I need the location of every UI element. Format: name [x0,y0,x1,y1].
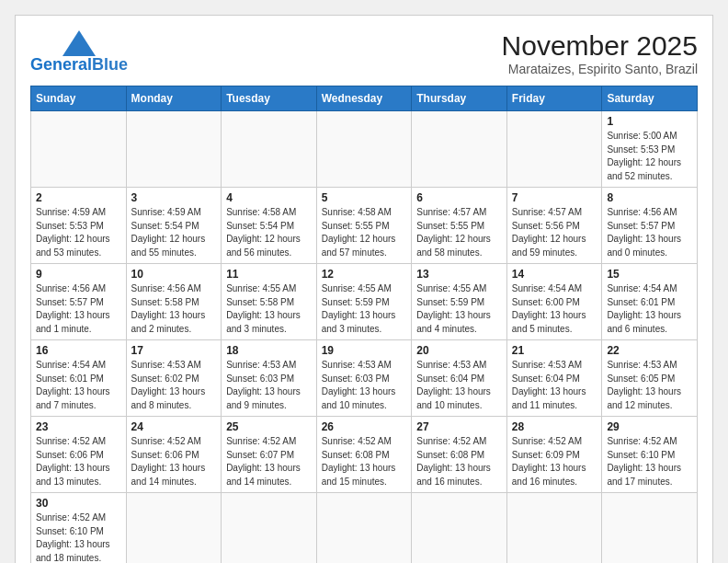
calendar-cell: 16Sunrise: 4:54 AM Sunset: 6:01 PM Dayli… [31,340,127,417]
calendar-cell: 7Sunrise: 4:57 AM Sunset: 5:56 PM Daylig… [506,188,602,264]
calendar-cell [412,111,507,188]
calendar-cell: 30Sunrise: 4:52 AM Sunset: 6:10 PM Dayli… [31,493,127,564]
day-number: 1 [607,115,692,128]
day-info: Sunrise: 4:58 AM Sunset: 5:55 PM Dayligh… [322,206,407,259]
calendar-cell: 17Sunrise: 4:53 AM Sunset: 6:02 PM Dayli… [126,340,222,417]
day-number: 12 [322,268,407,281]
page: GeneralBlue November 2025 Marataizes, Es… [15,15,713,563]
day-info: Sunrise: 4:55 AM Sunset: 5:59 PM Dayligh… [322,282,407,336]
day-info: Sunrise: 4:55 AM Sunset: 5:59 PM Dayligh… [416,282,502,336]
calendar-cell [412,493,507,564]
day-number: 21 [512,344,597,357]
day-info: Sunrise: 4:56 AM Sunset: 5:57 PM Dayligh… [36,282,121,336]
calendar-cell: 15Sunrise: 4:54 AM Sunset: 6:01 PM Dayli… [602,264,698,340]
calendar-cell: 10Sunrise: 4:56 AM Sunset: 5:58 PM Dayli… [126,264,222,340]
calendar-cell [31,111,127,188]
day-info: Sunrise: 4:56 AM Sunset: 5:57 PM Dayligh… [607,206,692,259]
day-info: Sunrise: 4:59 AM Sunset: 5:54 PM Dayligh… [131,206,217,259]
day-info: Sunrise: 4:53 AM Sunset: 6:03 PM Dayligh… [226,359,312,412]
weekday-header-sunday: Sunday [31,86,127,111]
day-number: 19 [322,344,407,357]
day-number: 10 [131,268,217,281]
day-info: Sunrise: 5:00 AM Sunset: 5:53 PM Dayligh… [607,130,692,183]
day-number: 26 [322,420,407,433]
day-info: Sunrise: 4:55 AM Sunset: 5:58 PM Dayligh… [226,282,312,336]
calendar-cell [222,493,317,564]
logo: GeneralBlue [30,30,128,75]
title-block: November 2025 Marataizes, Espirito Santo… [502,30,698,76]
day-info: Sunrise: 4:52 AM Sunset: 6:08 PM Dayligh… [416,435,502,488]
calendar-cell [316,493,412,564]
day-number: 15 [607,268,692,281]
day-number: 18 [226,344,312,357]
day-number: 27 [416,420,502,433]
logo-general: General [30,55,92,74]
day-info: Sunrise: 4:53 AM Sunset: 6:04 PM Dayligh… [416,359,502,412]
calendar-cell: 21Sunrise: 4:53 AM Sunset: 6:04 PM Dayli… [506,340,602,417]
calendar-cell: 28Sunrise: 4:52 AM Sunset: 6:09 PM Dayli… [506,417,602,493]
day-number: 4 [226,191,312,204]
day-info: Sunrise: 4:57 AM Sunset: 5:56 PM Dayligh… [512,206,597,259]
calendar-week-3: 9Sunrise: 4:56 AM Sunset: 5:57 PM Daylig… [31,264,698,340]
calendar-cell [222,111,317,188]
day-info: Sunrise: 4:59 AM Sunset: 5:53 PM Dayligh… [36,206,121,259]
day-info: Sunrise: 4:54 AM Sunset: 6:01 PM Dayligh… [607,282,692,336]
calendar-cell [316,111,412,188]
calendar-cell: 3Sunrise: 4:59 AM Sunset: 5:54 PM Daylig… [126,188,222,264]
day-info: Sunrise: 4:53 AM Sunset: 6:05 PM Dayligh… [607,359,692,412]
calendar-cell: 26Sunrise: 4:52 AM Sunset: 6:08 PM Dayli… [316,417,412,493]
calendar-cell: 23Sunrise: 4:52 AM Sunset: 6:06 PM Dayli… [31,417,127,493]
calendar-cell: 8Sunrise: 4:56 AM Sunset: 5:57 PM Daylig… [602,188,698,264]
day-number: 23 [36,420,121,433]
day-info: Sunrise: 4:53 AM Sunset: 6:02 PM Dayligh… [131,359,217,412]
day-number: 20 [416,344,502,357]
day-info: Sunrise: 4:52 AM Sunset: 6:06 PM Dayligh… [36,435,121,488]
calendar-cell: 18Sunrise: 4:53 AM Sunset: 6:03 PM Dayli… [222,340,317,417]
day-info: Sunrise: 4:53 AM Sunset: 6:04 PM Dayligh… [512,359,597,412]
day-info: Sunrise: 4:53 AM Sunset: 6:03 PM Dayligh… [322,359,407,412]
calendar-week-5: 23Sunrise: 4:52 AM Sunset: 6:06 PM Dayli… [31,417,698,493]
day-number: 24 [131,420,217,433]
calendar-cell: 20Sunrise: 4:53 AM Sunset: 6:04 PM Dayli… [412,340,507,417]
calendar-cell [602,493,698,564]
calendar-week-1: 1Sunrise: 5:00 AM Sunset: 5:53 PM Daylig… [31,111,698,188]
day-info: Sunrise: 4:54 AM Sunset: 6:00 PM Dayligh… [512,282,597,336]
day-info: Sunrise: 4:54 AM Sunset: 6:01 PM Dayligh… [36,359,121,412]
calendar-cell [126,111,222,188]
day-info: Sunrise: 4:52 AM Sunset: 6:09 PM Dayligh… [512,435,597,488]
calendar-cell: 11Sunrise: 4:55 AM Sunset: 5:58 PM Dayli… [222,264,317,340]
calendar-cell: 19Sunrise: 4:53 AM Sunset: 6:03 PM Dayli… [316,340,412,417]
day-info: Sunrise: 4:52 AM Sunset: 6:10 PM Dayligh… [607,435,692,488]
day-number: 7 [512,191,597,204]
day-info: Sunrise: 4:52 AM Sunset: 6:08 PM Dayligh… [322,435,407,488]
day-info: Sunrise: 4:52 AM Sunset: 6:07 PM Dayligh… [226,435,312,488]
calendar-cell: 14Sunrise: 4:54 AM Sunset: 6:00 PM Dayli… [506,264,602,340]
day-info: Sunrise: 4:58 AM Sunset: 5:54 PM Dayligh… [226,206,312,259]
calendar: SundayMondayTuesdayWednesdayThursdayFrid… [30,86,698,563]
day-info: Sunrise: 4:56 AM Sunset: 5:58 PM Dayligh… [131,282,217,336]
weekday-header-row: SundayMondayTuesdayWednesdayThursdayFrid… [31,86,698,111]
day-number: 11 [226,268,312,281]
weekday-header-friday: Friday [506,86,602,111]
calendar-week-2: 2Sunrise: 4:59 AM Sunset: 5:53 PM Daylig… [31,188,698,264]
day-number: 16 [36,344,121,357]
logo-blue: Blue [92,55,128,74]
calendar-week-4: 16Sunrise: 4:54 AM Sunset: 6:01 PM Dayli… [31,340,698,417]
day-number: 8 [607,191,692,204]
day-number: 30 [36,497,121,510]
day-number: 25 [226,420,312,433]
calendar-cell: 24Sunrise: 4:52 AM Sunset: 6:06 PM Dayli… [126,417,222,493]
svg-marker-0 [63,30,96,56]
calendar-cell [506,111,602,188]
weekday-header-wednesday: Wednesday [316,86,412,111]
calendar-cell: 1Sunrise: 5:00 AM Sunset: 5:53 PM Daylig… [602,111,698,188]
day-number: 28 [512,420,597,433]
calendar-cell: 6Sunrise: 4:57 AM Sunset: 5:55 PM Daylig… [412,188,507,264]
location: Marataizes, Espirito Santo, Brazil [502,62,698,76]
day-info: Sunrise: 4:52 AM Sunset: 6:06 PM Dayligh… [131,435,217,488]
calendar-cell: 2Sunrise: 4:59 AM Sunset: 5:53 PM Daylig… [31,188,127,264]
day-number: 13 [416,268,502,281]
calendar-cell [506,493,602,564]
calendar-cell [126,493,222,564]
day-info: Sunrise: 4:52 AM Sunset: 6:10 PM Dayligh… [36,511,121,563]
